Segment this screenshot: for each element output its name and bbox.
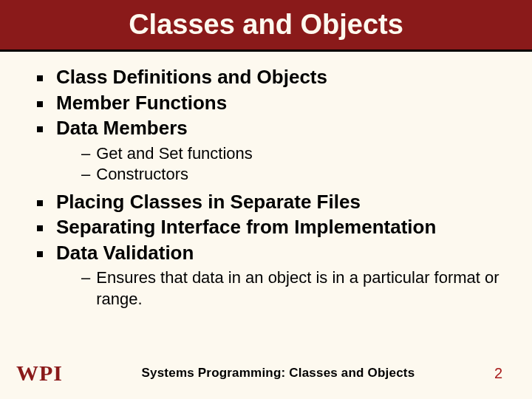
dash-icon: – [81, 143, 90, 165]
sub-bullet-item: – Ensures that data in an object is in a… [81, 267, 510, 310]
bullet-text: Member Functions [56, 91, 227, 115]
sub-bullet-group: – Get and Set functions – Constructors [81, 143, 510, 185]
bullet-item: Placing Classes in Separate Files [37, 190, 510, 214]
bullet-item: Separating Interface from Implementation [37, 215, 510, 239]
bullet-icon [37, 101, 43, 107]
slide-content: Class Definitions and Objects Member Fun… [0, 52, 532, 310]
bullet-icon [37, 200, 43, 206]
sub-bullet-text: Constructors [96, 164, 188, 185]
sub-bullet-item: – Constructors [81, 164, 510, 185]
bullet-item: Class Definitions and Objects [37, 65, 510, 89]
bullet-icon [37, 75, 43, 81]
bullet-item: Data Validation [37, 241, 510, 265]
page-number: 2 [494, 365, 502, 382]
bullet-icon [37, 251, 43, 257]
sub-bullet-item: – Get and Set functions [81, 143, 510, 165]
bullet-item: Data Members [37, 116, 510, 140]
bullet-text: Class Definitions and Objects [56, 65, 327, 89]
logo-letter: I [53, 362, 62, 384]
dash-icon: – [81, 164, 90, 185]
bullet-text: Data Members [56, 116, 188, 140]
title-bar: Classes and Objects [0, 0, 532, 52]
footer-text: Systems Programming: Classes and Objects [62, 366, 494, 381]
logo-letter: P [39, 362, 52, 384]
bullet-text: Data Validation [56, 241, 194, 265]
logo-letter: W [16, 362, 38, 384]
bullet-text: Separating Interface from Implementation [56, 215, 436, 239]
bullet-text: Placing Classes in Separate Files [56, 190, 361, 214]
bullet-icon [37, 225, 43, 231]
dash-icon: – [81, 267, 90, 289]
bullet-item: Member Functions [37, 91, 510, 115]
slide-footer: W P I Systems Programming: Classes and O… [0, 362, 532, 384]
sub-bullet-text: Get and Set functions [96, 143, 253, 165]
sub-bullet-group: – Ensures that data in an object is in a… [81, 267, 510, 310]
slide-title: Classes and Objects [129, 9, 403, 41]
sub-bullet-text: Ensures that data in an object is in a p… [96, 267, 510, 310]
wpi-logo: W P I [16, 362, 62, 384]
bullet-icon [37, 126, 43, 132]
